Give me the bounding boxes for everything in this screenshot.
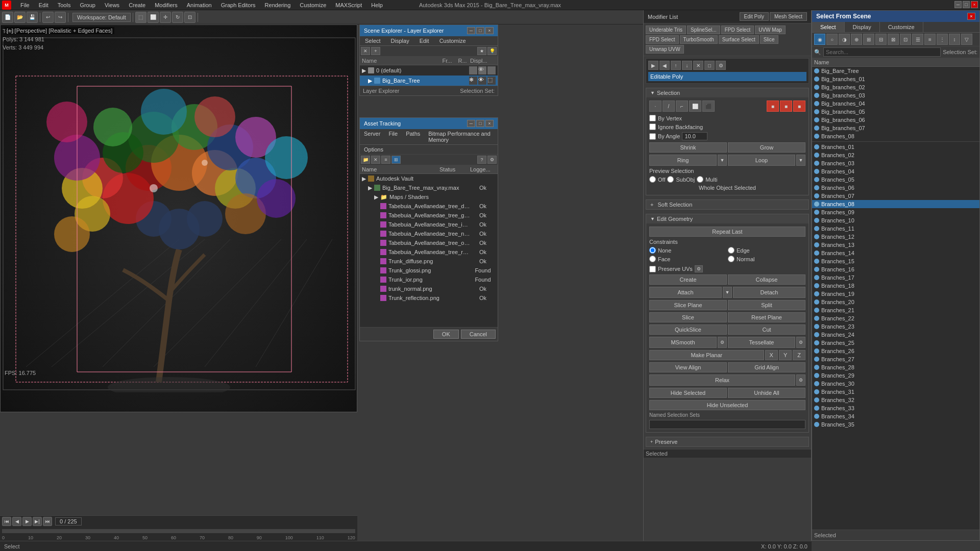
sfs-row-b31[interactable]: Branches_31: [812, 388, 979, 396]
save-btn[interactable]: 💾: [27, 12, 38, 23]
ignore-backfacing-checkbox[interactable]: [649, 123, 656, 130]
edit-geom-header[interactable]: ▼ Edit Geometry: [646, 214, 808, 223]
sfs-tb-btn12[interactable]: ↕: [949, 34, 960, 45]
se-minimize-btn[interactable]: ─: [467, 27, 475, 34]
rp-edit-poly-tab[interactable]: Edit Poly: [740, 12, 769, 21]
slice-btn[interactable]: Slice: [649, 312, 727, 322]
edge-constraint-radio[interactable]: [728, 247, 734, 254]
sel-vertex-btn[interactable]: ·: [649, 101, 662, 112]
ring-btn[interactable]: Ring: [649, 155, 717, 166]
select-object-btn[interactable]: ⬚: [135, 12, 146, 23]
face-constraint-radio[interactable]: [649, 256, 656, 262]
sfs-row-b12[interactable]: Branches_12: [812, 233, 979, 241]
sfs-row-b29[interactable]: Branches_29: [812, 371, 979, 380]
relax-btn[interactable]: Relax: [649, 374, 795, 386]
se-tb-light[interactable]: 💡: [487, 47, 497, 55]
last-frame-btn[interactable]: ⏭: [43, 517, 52, 526]
sfs-row-b18[interactable]: Branches_18: [812, 282, 979, 290]
sfs-row-b28[interactable]: Branches_28: [812, 363, 979, 371]
ring-arrow-btn[interactable]: ▼: [718, 155, 727, 166]
sfs-row-b01[interactable]: Branches_01: [812, 143, 979, 151]
sfs-row-b24[interactable]: Branches_24: [812, 331, 979, 339]
reset-plane-btn[interactable]: Reset Plane: [728, 312, 805, 322]
detach-btn[interactable]: Detach: [733, 287, 805, 298]
sfs-row-b25[interactable]: Branches_25: [812, 339, 979, 347]
preview-multi-radio[interactable]: [697, 176, 703, 183]
layer-vis-icon[interactable]: 👁: [478, 66, 486, 74]
at-ok-btn[interactable]: OK: [433, 330, 459, 339]
rp-mesh-select-tab[interactable]: Mesh Select: [770, 12, 807, 21]
select-region-btn[interactable]: ⬜: [148, 12, 159, 23]
split-btn[interactable]: Split: [728, 300, 805, 310]
at-cancel-btn[interactable]: Cancel: [461, 330, 496, 339]
at-row-reflection[interactable]: Tabebuia_Avellanedae_tree_reflection.png…: [360, 247, 498, 257]
at-row-trunk-normal[interactable]: trunk_normal.png Ok: [360, 284, 498, 293]
hide-unselected-btn[interactable]: Hide Unselected: [649, 400, 805, 410]
open-btn[interactable]: 📂: [14, 12, 26, 23]
sfs-row-b26[interactable]: Branches_26: [812, 347, 979, 355]
at-close-btn[interactable]: ×: [485, 120, 494, 127]
sfs-row-b09[interactable]: Branches_09: [812, 208, 979, 216]
sfs-tab-select[interactable]: Select: [812, 22, 845, 32]
layer-bigtree-freeze[interactable]: ❄: [469, 77, 477, 85]
slice-plane-btn[interactable]: Slice Plane: [649, 300, 727, 310]
msmooth-btn[interactable]: MSmooth: [649, 337, 717, 348]
menu-views[interactable]: Views: [101, 1, 124, 9]
se-tb-btn2[interactable]: +: [371, 47, 380, 55]
se-tb-star[interactable]: ★: [477, 47, 486, 55]
sfs-row-b04[interactable]: Branches_04: [812, 167, 979, 176]
sfs-tb-btn5[interactable]: ⊞: [863, 34, 874, 45]
unhide-all-btn[interactable]: Unhide All: [728, 388, 805, 398]
rp-uwv-map-btn[interactable]: UVW Map: [755, 26, 786, 34]
at-row-normal[interactable]: Tabebuia_Avellanedae_tree_normal.png Ok: [360, 229, 498, 238]
at-tb-settings[interactable]: ⚙: [487, 156, 497, 164]
at-row-maps-folder[interactable]: ▶ 📁 Maps / Shaders: [360, 192, 498, 202]
sfs-row-b05[interactable]: Branches_05: [812, 176, 979, 184]
sfs-tab-display[interactable]: Display: [845, 22, 880, 32]
sfs-row-b13[interactable]: Branches_13: [812, 241, 979, 249]
layer-bigtree-render[interactable]: ⬚: [487, 77, 496, 85]
sfs-row-b10[interactable]: Branches_10: [812, 216, 979, 224]
sfs-row-b32[interactable]: Branches_32: [812, 396, 979, 404]
rp-stack-tb-3[interactable]: ↑: [671, 61, 681, 70]
maximize-btn[interactable]: □: [963, 1, 970, 8]
se-close-btn[interactable]: ×: [485, 27, 494, 34]
sfs-tb-select-children[interactable]: ⊕: [851, 34, 862, 45]
make-planar-btn[interactable]: Make Planar: [649, 350, 764, 360]
rp-fpd-select-btn[interactable]: FPD Select: [721, 26, 754, 34]
sfs-row-b34[interactable]: Branches_34: [812, 412, 979, 420]
play-anim-btn[interactable]: ▶: [22, 517, 32, 526]
sfs-row-b21[interactable]: Branches_21: [812, 306, 979, 314]
sfs-row-b08-selected[interactable]: Branches_08: [812, 200, 979, 208]
sfs-row-b06[interactable]: Branches_06: [812, 184, 979, 192]
se-menu-customize[interactable]: Customize: [434, 36, 471, 45]
sfs-row-b27[interactable]: Branches_27: [812, 355, 979, 363]
at-row-maxfile[interactable]: ▶ Big_Bare_Tree_max_vray.max Ok: [360, 183, 498, 192]
named-sel-input[interactable]: [649, 420, 805, 429]
loop-arrow-btn[interactable]: ▼: [796, 155, 805, 166]
z-btn[interactable]: Z: [793, 350, 805, 360]
hide-selected-btn[interactable]: Hide Selected: [649, 388, 727, 398]
scale-btn[interactable]: ⊡: [184, 12, 195, 23]
grow-btn[interactable]: Grow: [728, 142, 805, 153]
sfs-row-3[interactable]: Big_branches_03: [812, 91, 979, 99]
move-btn[interactable]: ✛: [160, 12, 171, 23]
at-row-diffuse[interactable]: Tabebuia_Avellanedae_tree_diffuse.png Ok: [360, 202, 498, 211]
shrink-btn[interactable]: Shrink: [649, 142, 727, 153]
by-angle-input[interactable]: [682, 132, 707, 140]
close-btn[interactable]: ×: [971, 1, 978, 8]
at-tb-btn3[interactable]: ≡: [381, 156, 390, 164]
menu-rendering[interactable]: Rendering: [261, 1, 295, 9]
new-scene-btn[interactable]: 📄: [2, 12, 13, 23]
sel-redcube2-btn[interactable]: ■: [780, 101, 792, 112]
menu-help[interactable]: Help: [367, 1, 387, 9]
sfs-tb-select-none[interactable]: ○: [826, 34, 838, 45]
at-menu-options[interactable]: Options: [362, 146, 496, 153]
menu-create[interactable]: Create: [125, 1, 150, 9]
sfs-row-1[interactable]: Big_branches_01: [812, 75, 979, 83]
preview-off-radio[interactable]: [649, 176, 656, 183]
sel-border-btn[interactable]: ⌐: [676, 101, 688, 112]
minimize-btn[interactable]: ─: [954, 1, 962, 8]
by-angle-checkbox[interactable]: [649, 133, 656, 140]
layer-bigtree-vis[interactable]: 👁: [478, 77, 486, 85]
